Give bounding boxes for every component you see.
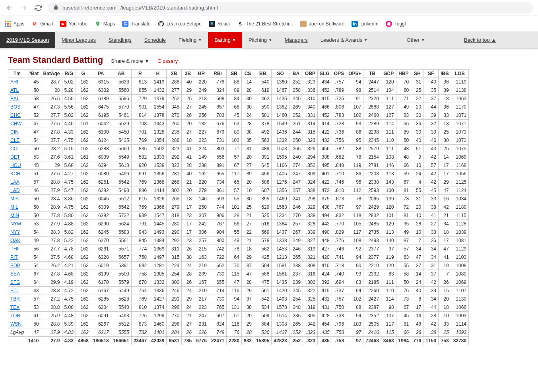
col-header[interactable]: SLG xyxy=(318,70,332,78)
apps-button[interactable]: Apps xyxy=(5,21,24,27)
col-header[interactable]: BatAge xyxy=(41,70,62,78)
col-header[interactable]: OPS xyxy=(332,70,346,78)
bookmark-linkedin[interactable]: inLinkedIn xyxy=(352,21,378,27)
table-cell: 6776 xyxy=(194,337,209,345)
nav-managers[interactable]: Managers xyxy=(278,32,314,48)
col-header[interactable]: OPS+ xyxy=(346,70,363,78)
team-link[interactable]: SFG xyxy=(10,279,20,285)
back-button[interactable] xyxy=(5,3,14,13)
col-header[interactable]: H xyxy=(149,70,167,78)
bookmark-maps[interactable]: Maps xyxy=(95,21,115,27)
team-link[interactable]: CHC xyxy=(10,113,21,118)
team-link[interactable]: STL xyxy=(10,288,19,293)
col-header[interactable]: R/G xyxy=(62,70,76,78)
bookmark-gmail[interactable]: MGmail xyxy=(31,21,52,27)
team-link[interactable]: KCR xyxy=(10,171,20,177)
nav-batting[interactable]: Batting▼ xyxy=(208,32,242,48)
bookmark-joel[interactable]: Joel on Software xyxy=(300,21,344,27)
table-cell: 92 xyxy=(346,245,363,253)
col-header[interactable]: GDP xyxy=(381,70,396,78)
team-link[interactable]: MIL xyxy=(10,204,18,210)
col-header[interactable]: #Bat xyxy=(26,70,41,78)
col-header[interactable]: AB xyxy=(111,70,131,78)
col-header[interactable]: SH xyxy=(411,70,423,78)
bookmark-react[interactable]: ⚛React xyxy=(209,21,230,27)
col-header[interactable]: HBP xyxy=(396,70,411,78)
col-header[interactable]: PA xyxy=(91,70,111,78)
col-header[interactable]: SB xyxy=(227,70,242,78)
team-link[interactable]: LAD xyxy=(10,188,19,193)
bookmark-learn[interactable]: Learn.co Setupe xyxy=(158,21,202,27)
nav-season[interactable]: 2019 MLB Season xyxy=(0,32,55,48)
nav-pitching[interactable]: Pitching▼ xyxy=(242,32,278,48)
col-header[interactable]: 3B xyxy=(182,70,194,78)
team-link[interactable]: HOU xyxy=(10,163,21,168)
team-link[interactable]: CIN xyxy=(10,129,19,135)
table-row: TBR5727.24.75162628556287691427291292177… xyxy=(8,295,469,303)
table-cell: 6170 xyxy=(91,278,111,287)
team-link[interactable]: BOS xyxy=(10,104,20,110)
team-link[interactable]: PIT xyxy=(10,254,18,260)
team-link[interactable]: PHI xyxy=(10,246,18,252)
team-link[interactable]: SEA xyxy=(10,271,20,277)
glossary-link[interactable]: Glossary xyxy=(157,58,178,64)
col-header[interactable]: HR xyxy=(194,70,209,78)
col-header[interactable]: Tm xyxy=(8,70,26,78)
col-header[interactable]: 2B xyxy=(167,70,182,78)
bookmark-stretch[interactable]: SThe 21 Best Stretchi... xyxy=(237,21,293,27)
team-link[interactable]: ARI xyxy=(10,79,18,85)
share-more-button[interactable]: Share & more ▼ xyxy=(111,58,150,64)
nav-schedule[interactable]: Schedule xyxy=(138,32,172,48)
team-link[interactable]: MIN xyxy=(10,213,19,218)
nav-back-to-top[interactable]: Back to top ▲ xyxy=(458,32,503,48)
col-header[interactable]: OBP xyxy=(303,70,318,78)
col-header[interactable]: BA xyxy=(289,70,303,78)
table-cell: 1071 xyxy=(451,120,468,128)
col-header[interactable]: SF xyxy=(423,70,439,78)
col-header[interactable]: TB xyxy=(363,70,381,78)
table-cell: 698 xyxy=(209,95,226,103)
bookmark-toggl[interactable]: ◉Toggl xyxy=(386,21,406,27)
nav-other[interactable]: Other▼ xyxy=(400,32,431,48)
table-cell: 1124 xyxy=(451,186,468,195)
col-header[interactable]: CS xyxy=(241,70,254,78)
team-link[interactable]: LAA xyxy=(10,179,19,185)
team-link[interactable]: OAK xyxy=(10,238,20,243)
team-link[interactable]: TBR xyxy=(10,296,20,302)
team-link[interactable]: MIA xyxy=(10,196,19,202)
table-cell: 1453 xyxy=(272,245,289,253)
forward-button[interactable] xyxy=(19,3,29,13)
table-cell: 8 xyxy=(411,295,423,303)
team-link[interactable]: DET xyxy=(10,154,20,160)
bookmark-youtube[interactable]: ▶YouTube xyxy=(60,21,87,27)
team-link[interactable]: COL xyxy=(10,146,20,151)
table-cell: 47 xyxy=(26,120,41,128)
team-link[interactable]: WSN xyxy=(10,321,21,327)
col-header[interactable]: G xyxy=(76,70,91,78)
col-header[interactable]: BB xyxy=(254,70,271,78)
col-header[interactable]: IBB xyxy=(439,70,451,78)
reload-button[interactable] xyxy=(33,3,43,13)
team-link[interactable]: NYY xyxy=(10,229,20,235)
table-cell: 17 xyxy=(182,220,194,228)
col-header[interactable]: LOB xyxy=(451,70,468,78)
table-cell: 6080 xyxy=(91,170,111,178)
nav-fielding[interactable]: Fielding▼ xyxy=(172,32,208,48)
team-link[interactable]: BAL xyxy=(10,96,19,101)
team-link[interactable]: NYM xyxy=(10,221,21,227)
col-header[interactable]: RBI xyxy=(209,70,226,78)
team-link[interactable]: TOR xyxy=(10,313,20,318)
col-header[interactable]: SO xyxy=(272,70,289,78)
col-header[interactable]: R xyxy=(131,70,149,78)
team-link[interactable]: ATL xyxy=(10,87,19,93)
url-bar[interactable]: baseball-reference.com/leagues/MLB/2019-… xyxy=(48,2,533,14)
team-link[interactable]: SDP xyxy=(10,263,20,268)
nav-leaders[interactable]: Leaders & Awards▼ xyxy=(314,32,374,48)
team-link[interactable]: TEX xyxy=(10,305,19,310)
nav-minor-leagues[interactable]: Minor Leagues xyxy=(55,32,102,48)
nav-standings[interactable]: Standings xyxy=(102,32,138,48)
bookmark-translate[interactable]: GTranslate xyxy=(122,21,151,27)
table-cell: 71 xyxy=(396,95,411,103)
team-link[interactable]: CHW xyxy=(10,121,22,126)
team-link[interactable]: CLE xyxy=(10,138,19,143)
